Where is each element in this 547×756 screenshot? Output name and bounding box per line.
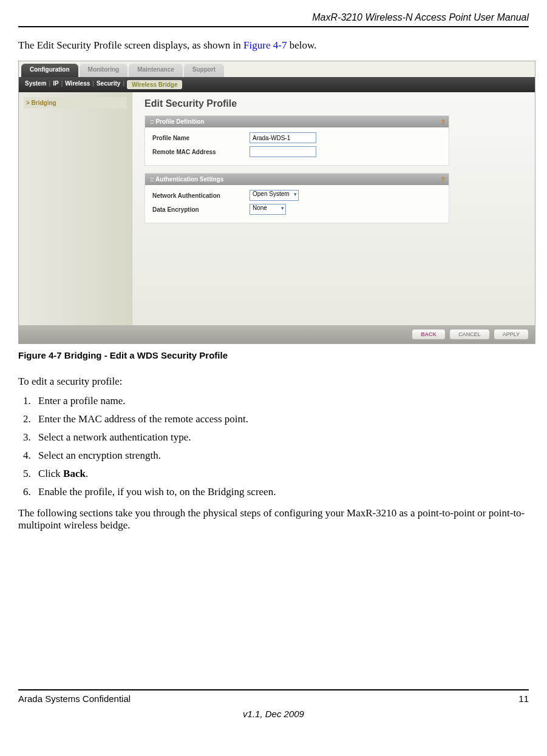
figure-reference-link[interactable]: Figure 4-7 bbox=[243, 39, 287, 51]
bottom-bar: BACK CANCEL APPLY bbox=[19, 325, 535, 343]
step-5: Click Back. bbox=[33, 468, 529, 480]
back-button[interactable]: BACK bbox=[412, 329, 446, 340]
input-profile-name[interactable] bbox=[250, 132, 316, 143]
panel-header-auth: :: Authentication Settings bbox=[145, 174, 449, 185]
sidebar-item-bridging[interactable]: > Bridging bbox=[24, 97, 127, 109]
intro-post: below. bbox=[287, 39, 316, 51]
step-4-text: Select an encryption strength. bbox=[38, 450, 161, 461]
form-row-data-encryption: Data Encryption None bbox=[152, 204, 441, 215]
step-5-pre: Click bbox=[38, 468, 63, 479]
subnav-separator: | bbox=[123, 80, 124, 89]
page-footer: Arada Systems Confidential 11 v1.1, Dec … bbox=[18, 689, 529, 719]
step-1-text: Enter a profile name. bbox=[38, 395, 126, 407]
sidebar: > Bridging bbox=[19, 92, 132, 329]
panel-body: Network Authentication Open System Data … bbox=[145, 185, 449, 223]
app-body: > Bridging Edit Security Profile :: Prof… bbox=[19, 92, 535, 329]
subnav-ip[interactable]: IP bbox=[53, 80, 58, 89]
step-2-text: Enter the MAC address of the remote acce… bbox=[38, 413, 248, 425]
apply-button[interactable]: APPLY bbox=[494, 329, 529, 340]
subnav-security[interactable]: Security bbox=[97, 80, 120, 89]
footer-right-page-number: 11 bbox=[518, 694, 529, 704]
form-row-profile-name: Profile Name bbox=[152, 132, 441, 143]
tab-maintenance[interactable]: Maintenance bbox=[129, 64, 183, 77]
subnav: System | IP | Wireless | Security | Wire… bbox=[19, 77, 535, 92]
main-tabs: Configuration Monitoring Maintenance Sup… bbox=[19, 61, 535, 77]
subnav-wireless[interactable]: Wireless bbox=[65, 80, 90, 89]
figure-caption: Figure 4-7 Bridging - Edit a WDS Securit… bbox=[18, 350, 529, 360]
header-title: MaxR-3210 Wireless-N Access Point User M… bbox=[312, 12, 529, 22]
select-network-auth[interactable]: Open System bbox=[250, 190, 299, 201]
subnav-separator: | bbox=[61, 80, 63, 89]
label-profile-name: Profile Name bbox=[152, 135, 250, 141]
panel-header-profile: :: Profile Definition bbox=[145, 116, 449, 127]
screenshot-figure: Configuration Monitoring Maintenance Sup… bbox=[18, 61, 535, 344]
content-area: Edit Security Profile :: Profile Definit… bbox=[132, 92, 535, 329]
content-title: Edit Security Profile bbox=[144, 98, 523, 109]
steps-list: Enter a profile name. Enter the MAC addr… bbox=[18, 395, 529, 498]
step-5-post: . bbox=[86, 468, 88, 479]
step-3-text: Select a network authentication type. bbox=[38, 431, 191, 443]
step-6: Enable the profile, if you wish to, on t… bbox=[33, 486, 529, 498]
select-data-encryption[interactable]: None bbox=[250, 204, 286, 215]
tab-support[interactable]: Support bbox=[184, 64, 224, 77]
followup-paragraph: The following sections take you through … bbox=[18, 507, 529, 532]
intro-paragraph: The Edit Security Profile screen display… bbox=[18, 39, 529, 52]
form-row-remote-mac: Remote MAC Address bbox=[152, 146, 441, 157]
form-row-network-auth: Network Authentication Open System bbox=[152, 190, 441, 201]
footer-row-1: Arada Systems Confidential 11 bbox=[18, 694, 529, 704]
footer-left: Arada Systems Confidential bbox=[18, 694, 131, 704]
panel-body: Profile Name Remote MAC Address bbox=[145, 127, 449, 165]
input-remote-mac[interactable] bbox=[250, 146, 316, 157]
intro-pre: The Edit Security Profile screen display… bbox=[18, 39, 243, 51]
help-icon[interactable]: ? bbox=[441, 118, 445, 126]
label-remote-mac: Remote MAC Address bbox=[152, 149, 250, 155]
cancel-button[interactable]: CANCEL bbox=[449, 329, 490, 340]
subnav-separator: | bbox=[92, 80, 94, 89]
subnav-separator: | bbox=[49, 80, 51, 89]
step-3: Select a network authentication type. bbox=[33, 431, 529, 444]
panel-profile-definition: :: Profile Definition ? Profile Name Rem… bbox=[144, 115, 449, 166]
footer-center: v1.1, Dec 2009 bbox=[18, 709, 529, 719]
panel-authentication-settings: :: Authentication Settings ? Network Aut… bbox=[144, 173, 449, 223]
subnav-wireless-bridge[interactable]: Wireless Bridge bbox=[127, 80, 183, 89]
label-data-encryption: Data Encryption bbox=[152, 206, 250, 213]
step-2: Enter the MAC address of the remote acce… bbox=[33, 413, 529, 425]
step-1: Enter a profile name. bbox=[33, 395, 529, 407]
instructions-intro: To edit a security profile: bbox=[18, 376, 529, 388]
subnav-system[interactable]: System bbox=[25, 80, 47, 89]
tab-configuration[interactable]: Configuration bbox=[21, 64, 78, 77]
step-4: Select an encryption strength. bbox=[33, 450, 529, 462]
step-5-bold: Back bbox=[63, 468, 86, 479]
page-header: MaxR-3210 Wireless-N Access Point User M… bbox=[18, 12, 529, 27]
tab-monitoring[interactable]: Monitoring bbox=[80, 64, 128, 77]
label-network-auth: Network Authentication bbox=[152, 192, 250, 199]
step-6-text: Enable the profile, if you wish to, on t… bbox=[38, 486, 276, 498]
help-icon[interactable]: ? bbox=[441, 176, 445, 183]
